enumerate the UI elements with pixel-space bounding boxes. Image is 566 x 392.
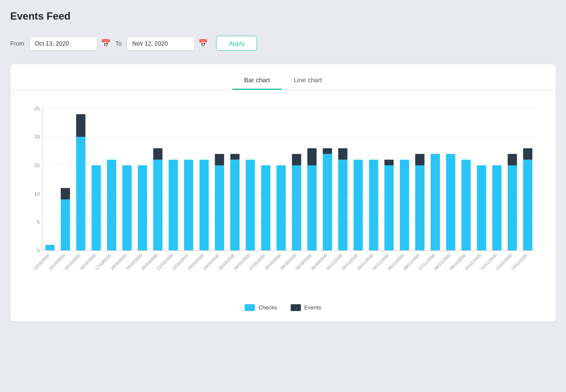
svg-rect-70 [415, 165, 424, 250]
svg-rect-38 [215, 154, 224, 165]
svg-rect-29 [153, 148, 163, 159]
svg-rect-14 [61, 199, 70, 250]
svg-text:20: 20 [34, 134, 40, 139]
svg-rect-84 [508, 154, 517, 165]
svg-rect-58 [338, 159, 347, 250]
svg-rect-55 [323, 154, 332, 251]
svg-rect-75 [446, 154, 456, 251]
from-date-input[interactable] [29, 36, 98, 51]
svg-text:25: 25 [34, 105, 40, 111]
apply-button[interactable]: Apply [216, 36, 257, 51]
to-calendar-icon[interactable]: 📅 [198, 39, 208, 48]
svg-rect-73 [430, 154, 440, 251]
svg-rect-63 [369, 159, 378, 250]
from-label: From [10, 40, 24, 47]
svg-rect-20 [92, 165, 101, 250]
svg-rect-45 [261, 165, 271, 250]
svg-rect-49 [292, 165, 301, 250]
svg-rect-71 [415, 154, 424, 165]
svg-rect-79 [477, 165, 486, 250]
svg-rect-66 [384, 159, 394, 165]
svg-rect-83 [508, 165, 517, 250]
tab-line-chart[interactable]: Line chart [282, 71, 334, 90]
svg-rect-26 [138, 165, 147, 250]
to-label: To [116, 40, 122, 47]
filter-bar: From 📅 To 📅 Apply [10, 32, 556, 54]
chart-legend: Checks Events [10, 304, 556, 311]
svg-rect-18 [76, 114, 86, 136]
svg-text:13/11/2020: 13/11/2020 [510, 253, 528, 271]
svg-text:5: 5 [37, 219, 40, 225]
svg-rect-31 [169, 159, 178, 250]
svg-rect-24 [122, 165, 132, 250]
chart-tabs: Bar chart Line chart [10, 64, 556, 90]
chart-area: 051015202513/10/202014/10/202015/10/2020… [10, 90, 556, 297]
svg-rect-61 [354, 159, 363, 250]
svg-rect-43 [245, 159, 255, 250]
svg-rect-35 [199, 159, 209, 250]
svg-rect-86 [523, 159, 532, 250]
from-date-wrap: 📅 [29, 36, 110, 51]
svg-rect-37 [215, 165, 224, 250]
svg-rect-87 [523, 148, 532, 159]
svg-rect-41 [230, 154, 240, 159]
svg-rect-77 [462, 159, 471, 250]
from-calendar-icon[interactable]: 📅 [101, 39, 110, 48]
svg-rect-52 [307, 165, 317, 250]
svg-rect-81 [492, 165, 502, 250]
svg-text:10: 10 [34, 190, 40, 196]
legend-events-color [291, 304, 301, 311]
legend-checks-color [245, 304, 255, 311]
legend-events-label: Events [304, 304, 321, 311]
svg-rect-47 [277, 165, 286, 250]
legend-events: Events [291, 304, 321, 311]
svg-rect-12 [45, 245, 55, 250]
svg-rect-15 [61, 188, 70, 199]
svg-rect-40 [230, 159, 240, 250]
to-date-input[interactable] [127, 36, 195, 51]
svg-rect-22 [107, 159, 116, 250]
svg-rect-56 [323, 148, 332, 153]
svg-rect-53 [307, 148, 317, 165]
svg-text:15: 15 [34, 162, 40, 167]
svg-rect-68 [400, 159, 409, 250]
chart-card: Bar chart Line chart 051015202513/10/202… [10, 64, 556, 321]
svg-rect-17 [76, 137, 86, 251]
legend-checks: Checks [245, 304, 277, 311]
bar-chart-svg: 051015202513/10/202014/10/202015/10/2020… [24, 100, 542, 292]
legend-checks-label: Checks [258, 304, 277, 311]
tab-bar-chart[interactable]: Bar chart [232, 71, 282, 90]
svg-rect-59 [338, 148, 347, 159]
svg-rect-50 [292, 154, 301, 165]
svg-rect-65 [384, 165, 394, 250]
page-title: Events Feed [10, 10, 556, 22]
to-date-wrap: 📅 [127, 36, 208, 51]
svg-rect-33 [184, 159, 193, 250]
svg-text:0: 0 [37, 247, 40, 253]
svg-rect-28 [153, 159, 163, 250]
